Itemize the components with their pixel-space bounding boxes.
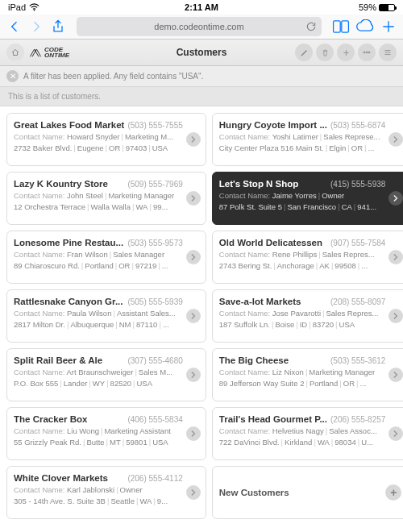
customer-contact: Contact Name: Rene Phillips|Sales Repres… — [219, 250, 402, 259]
customer-name: Let's Stop N Shop — [219, 179, 299, 189]
chevron-right-icon[interactable] — [186, 309, 201, 323]
reader-button[interactable] — [332, 19, 350, 35]
customer-card[interactable]: Lonesome Pine Restau...(503) 555-9573Con… — [6, 231, 206, 284]
forward-button[interactable] — [28, 19, 44, 35]
plus-icon: + — [385, 484, 401, 501]
new-customer-label: New Customers — [219, 488, 289, 497]
share-button[interactable] — [50, 19, 66, 35]
customer-phone: (509) 555-7969 — [127, 180, 182, 189]
customer-contact: Contact Name: Fran Wilson|Sales Manager — [14, 250, 199, 259]
customer-phone: (206) 555-8257 — [330, 415, 385, 424]
svg-rect-1 — [334, 21, 341, 32]
customer-name: Old World Delicatessen — [219, 238, 322, 247]
customer-phone: (503) 555-6874 — [330, 121, 385, 130]
add-button[interactable] — [337, 44, 355, 61]
status-right: 59% — [359, 2, 395, 12]
customer-address: 2817 Milton Dr.|Albuquerque|NM|87110|... — [14, 320, 199, 329]
customer-contact: Contact Name: Howard Snyder|Marketing M.… — [14, 132, 199, 141]
address-bar[interactable]: demo.codeontime.com — [77, 17, 322, 36]
customer-phone: (503) 555-7555 — [127, 121, 182, 130]
chevron-right-icon[interactable] — [186, 485, 201, 500]
reload-icon[interactable] — [305, 21, 317, 32]
back-button[interactable] — [6, 19, 23, 35]
edit-button[interactable] — [295, 44, 313, 61]
cloud-tabs-button[interactable] — [355, 19, 375, 34]
customer-address: P.O. Box 555|Lander|WY|82520|USA — [14, 379, 199, 388]
customer-card[interactable]: Trail's Head Gourmet P...(206) 555-8257C… — [212, 407, 403, 460]
customer-phone: (406) 555-5834 — [127, 415, 182, 424]
battery-icon — [379, 4, 395, 11]
customer-name: The Cracker Box — [14, 414, 87, 424]
customer-phone: (907) 555-7584 — [330, 239, 385, 247]
customer-contact: Contact Name: Yoshi Latimer|Sales Repres… — [219, 132, 402, 141]
customer-name: Great Lakes Food Market — [14, 120, 124, 130]
customer-card[interactable]: The Big Cheese(503) 555-3612Contact Name… — [212, 348, 403, 401]
battery-percent: 59% — [359, 2, 376, 12]
svg-point-4 — [366, 52, 368, 53]
customer-name: Split Rail Beer & Ale — [14, 355, 102, 365]
chevron-right-icon[interactable] — [388, 132, 403, 147]
customer-address: 2743 Bering St.|Anchorage|AK|99508|... — [219, 261, 402, 270]
page-title: Customers — [177, 47, 227, 58]
chevron-right-icon[interactable] — [388, 426, 403, 441]
customer-name: Lonesome Pine Restau... — [14, 238, 123, 247]
customer-address: City Center Plaza 516 Main St.|Elgin|OR|… — [219, 143, 402, 152]
menu-button[interactable] — [379, 44, 397, 61]
customer-card[interactable]: Lazy K Kountry Store(509) 555-7969Contac… — [6, 172, 206, 225]
customer-address: 55 Grizzly Peak Rd.|Butte|MT|59801|USA — [14, 438, 199, 447]
new-tab-button[interactable] — [380, 19, 397, 35]
customer-name: The Big Cheese — [219, 355, 289, 365]
device-label: iPad — [8, 2, 26, 12]
chevron-right-icon[interactable] — [186, 250, 201, 264]
more-button[interactable] — [358, 44, 376, 61]
home-button[interactable] — [6, 44, 24, 61]
status-time: 2:11 AM — [185, 2, 218, 12]
app-header: CODEONTIME Customers — [0, 39, 403, 66]
customer-address: 89 Jefferson Way Suite 2|Portland|OR|... — [219, 379, 402, 388]
customer-address: 187 Suffolk Ln.|Boise|ID|83720|USA — [219, 320, 402, 329]
customer-card[interactable]: Rattlesnake Canyon Gr...(505) 555-5939Co… — [6, 289, 206, 343]
customer-grid: Great Lakes Food Market(503) 555-7555Con… — [0, 106, 403, 526]
chevron-right-icon[interactable] — [186, 368, 201, 382]
list-subheader: This is a list of customers. — [0, 87, 403, 106]
chevron-right-icon[interactable] — [186, 426, 201, 441]
customer-phone: (208) 555-8097 — [330, 297, 385, 306]
svg-rect-2 — [342, 21, 349, 32]
customer-phone: (415) 555-5938 — [330, 180, 385, 189]
customer-card[interactable]: Old World Delicatessen(907) 555-7584Cont… — [212, 231, 403, 284]
customer-name: Hungry Coyote Import ... — [219, 120, 327, 130]
chevron-right-icon[interactable] — [388, 309, 403, 323]
customer-phone: (503) 555-9573 — [127, 239, 182, 247]
wifi-icon — [29, 3, 39, 11]
chevron-right-icon[interactable] — [388, 250, 403, 264]
customer-card[interactable]: Great Lakes Food Market(503) 555-7555Con… — [6, 113, 206, 166]
customer-phone: (503) 555-3612 — [330, 356, 385, 365]
filter-bar: ✕ A filter has been applied. Any field c… — [0, 66, 403, 87]
customer-phone: (505) 555-5939 — [127, 297, 182, 306]
customer-name: Trail's Head Gourmet P... — [219, 414, 327, 424]
customer-card[interactable]: Hungry Coyote Import ...(503) 555-6874Co… — [212, 113, 403, 166]
chevron-right-icon[interactable] — [388, 368, 403, 382]
customer-contact: Contact Name: Jaime Yorres|Owner — [219, 191, 402, 200]
customer-contact: Contact Name: Art Braunschweiger|Sales M… — [14, 368, 199, 376]
customer-card[interactable]: Save-a-lot Markets(208) 555-8097Contact … — [212, 289, 403, 343]
customer-name: Rattlesnake Canyon Gr... — [14, 297, 123, 306]
customer-address: 305 - 14th Ave. S. Suite 3B|Seattle|WA|9… — [14, 497, 199, 505]
customer-contact: Contact Name: Liu Wong|Marketing Assista… — [14, 426, 199, 435]
customer-card[interactable]: White Clover Markets(206) 555-4112Contac… — [6, 466, 206, 519]
customer-contact: Contact Name: Jose Pavarotti|Sales Repre… — [219, 309, 402, 318]
customer-card[interactable]: Split Rail Beer & Ale(307) 555-4680Conta… — [6, 348, 206, 401]
customer-contact: Contact Name: Helvetius Nagy|Sales Assoc… — [219, 426, 402, 435]
ios-status-bar: iPad 2:11 AM 59% — [0, 0, 403, 15]
chevron-right-icon[interactable] — [186, 191, 201, 206]
chevron-right-icon[interactable] — [186, 132, 201, 147]
customer-address: 722 DaVinci Blvd.|Kirkland|WA|98034|U... — [219, 438, 402, 447]
customer-card[interactable]: Let's Stop N Shop(415) 555-5938Contact N… — [212, 172, 403, 225]
chevron-right-icon[interactable] — [388, 191, 403, 206]
clear-filter-button[interactable]: ✕ — [6, 70, 19, 82]
new-customer-card[interactable]: New Customers+ — [212, 466, 403, 519]
customer-card[interactable]: The Cracker Box(406) 555-5834Contact Nam… — [6, 407, 206, 460]
customer-address: 12 Orchestra Terrace|Walla Walla|WA|99..… — [14, 202, 199, 211]
customer-contact: Contact Name: Karl Jablonski|Owner — [14, 485, 199, 494]
delete-button[interactable] — [316, 44, 334, 61]
